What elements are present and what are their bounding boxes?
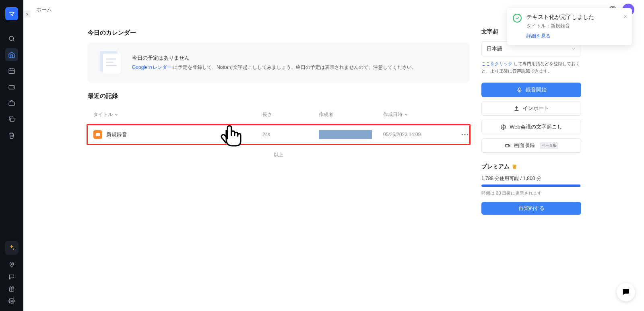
record-creator [319, 130, 383, 139]
col-title[interactable]: タイトル [93, 111, 262, 118]
dictionary-link[interactable]: ここをクリック [481, 61, 512, 66]
upload-icon [514, 106, 520, 112]
trash-icon[interactable] [5, 129, 18, 142]
reset-text: 時間は 20 日後に更新されます [481, 190, 581, 196]
records-section-title: 最近の記録 [88, 92, 469, 100]
toast-detail-link[interactable]: 詳細を見る [526, 33, 625, 39]
ai-sparkle-button[interactable] [5, 241, 19, 255]
wallet-icon[interactable] [5, 81, 18, 93]
chevron-down-icon [404, 113, 408, 117]
svg-line-1 [13, 40, 14, 41]
svg-rect-7 [9, 102, 14, 106]
col-length: 長さ [262, 111, 319, 118]
calendar-icon[interactable] [5, 64, 18, 77]
highlighted-row-annotation: 新規録音 24s 05/25/2023 14:09 ••• [87, 124, 471, 145]
beta-badge: ベータ版 [540, 142, 558, 149]
col-creator: 作成者 [319, 111, 383, 118]
mic-icon [516, 87, 522, 93]
premium-title: プレミアム ♛ [481, 163, 581, 170]
usage-text: 1,788 分使用可能 / 1,800 分 [481, 175, 581, 182]
usage-progress [481, 185, 581, 187]
breadcrumb: ホーム [36, 6, 52, 13]
svg-point-9 [11, 263, 12, 264]
crown-icon: ♛ [512, 164, 517, 170]
google-calendar-link[interactable]: Googleカレンダー [132, 64, 172, 70]
globe-icon [500, 124, 506, 130]
app-logo[interactable]: マ [5, 7, 18, 20]
record-title: 新規録音 [106, 131, 127, 138]
toast-subtitle: タイトル：新規録音 [526, 23, 625, 29]
import-button[interactable]: インポート [481, 101, 581, 116]
record-created-at: 05/25/2023 14:09 [383, 132, 456, 137]
completion-toast: × テキスト化が完了しました タイトル：新規録音 詳細を見る [507, 8, 632, 45]
svg-rect-2 [9, 69, 14, 74]
recording-icon [93, 130, 102, 139]
calendar-hint: Googleカレンダー に予定を登録して、Nottaで文字起こししてみましょう。… [132, 64, 417, 71]
settings-icon[interactable] [5, 296, 18, 306]
briefcase-icon[interactable] [5, 97, 18, 110]
calendar-section-title: 今日のカレンダー [88, 29, 469, 37]
svg-point-0 [9, 36, 14, 41]
check-icon [513, 14, 522, 23]
search-icon[interactable] [5, 32, 18, 45]
table-row[interactable]: 新規録音 24s 05/25/2023 14:09 ••• [88, 125, 469, 144]
renew-button[interactable]: 再契約する [481, 202, 581, 215]
chat-icon[interactable] [5, 272, 18, 282]
gift-icon[interactable] [5, 284, 18, 294]
location-icon[interactable] [5, 259, 18, 270]
col-created-at[interactable]: 作成日時 [383, 111, 456, 118]
toast-title: テキスト化が完了しました [526, 14, 625, 21]
chevron-down-icon [114, 113, 118, 117]
calendar-illustration [97, 51, 123, 74]
svg-rect-16 [505, 144, 508, 147]
copy-icon[interactable] [5, 113, 18, 126]
screen-record-button[interactable]: 画面収録 ベータ版 [481, 138, 581, 153]
home-icon[interactable] [5, 48, 18, 61]
table-footer: 以上 [88, 145, 469, 165]
svg-rect-14 [518, 88, 520, 91]
record-length: 24s [262, 132, 319, 137]
meeting-transcription-button[interactable]: Web会議の文字起こし [481, 120, 581, 134]
dictionary-hint: ここをクリック して専門用語などを登録しておくと、より正確に音声認識できます。 [481, 60, 581, 75]
toast-close-button[interactable]: × [623, 13, 627, 20]
calendar-empty-card: 今日の予定はありません Googleカレンダー に予定を登録して、Nottaで文… [88, 42, 469, 83]
no-schedule-text: 今日の予定はありません [132, 54, 417, 62]
row-more-button[interactable]: ••• [456, 132, 475, 138]
svg-rect-8 [10, 118, 14, 122]
svg-point-11 [11, 300, 12, 302]
start-recording-button[interactable]: 録音開始 [481, 83, 581, 97]
table-header: タイトル 長さ 作成者 作成日時 [88, 106, 469, 124]
chevron-down-icon [571, 46, 576, 51]
video-icon [505, 143, 511, 149]
chat-fab-button[interactable] [617, 283, 635, 301]
